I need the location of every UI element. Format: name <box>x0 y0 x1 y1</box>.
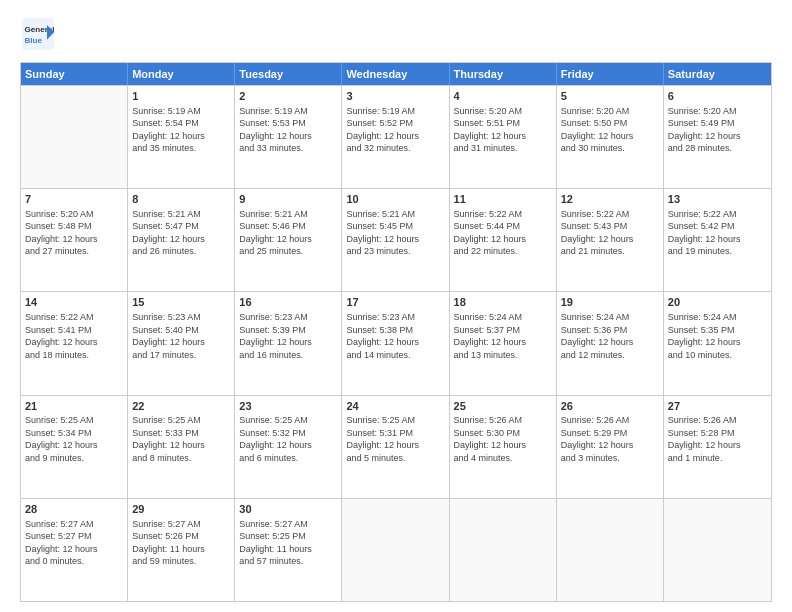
svg-text:Blue: Blue <box>25 36 43 45</box>
cal-cell: 18Sunrise: 5:24 AM Sunset: 5:37 PM Dayli… <box>450 292 557 394</box>
cal-cell: 26Sunrise: 5:26 AM Sunset: 5:29 PM Dayli… <box>557 396 664 498</box>
day-info: Sunrise: 5:20 AM Sunset: 5:48 PM Dayligh… <box>25 209 98 256</box>
day-info: Sunrise: 5:22 AM Sunset: 5:41 PM Dayligh… <box>25 312 98 359</box>
day-info: Sunrise: 5:19 AM Sunset: 5:52 PM Dayligh… <box>346 106 419 153</box>
day-info: Sunrise: 5:27 AM Sunset: 5:27 PM Dayligh… <box>25 519 98 566</box>
day-number: 15 <box>132 295 230 310</box>
cal-cell: 13Sunrise: 5:22 AM Sunset: 5:42 PM Dayli… <box>664 189 771 291</box>
day-number: 9 <box>239 192 337 207</box>
day-info: Sunrise: 5:24 AM Sunset: 5:36 PM Dayligh… <box>561 312 634 359</box>
day-info: Sunrise: 5:19 AM Sunset: 5:54 PM Dayligh… <box>132 106 205 153</box>
cal-cell <box>664 499 771 601</box>
cal-header-cell: Thursday <box>450 63 557 85</box>
cal-cell: 21Sunrise: 5:25 AM Sunset: 5:34 PM Dayli… <box>21 396 128 498</box>
logo-icon: General Blue <box>20 16 56 52</box>
cal-week: 14Sunrise: 5:22 AM Sunset: 5:41 PM Dayli… <box>21 291 771 394</box>
day-number: 16 <box>239 295 337 310</box>
day-number: 10 <box>346 192 444 207</box>
day-info: Sunrise: 5:26 AM Sunset: 5:29 PM Dayligh… <box>561 415 634 462</box>
day-number: 14 <box>25 295 123 310</box>
day-info: Sunrise: 5:23 AM Sunset: 5:40 PM Dayligh… <box>132 312 205 359</box>
cal-cell: 16Sunrise: 5:23 AM Sunset: 5:39 PM Dayli… <box>235 292 342 394</box>
cal-cell: 24Sunrise: 5:25 AM Sunset: 5:31 PM Dayli… <box>342 396 449 498</box>
day-info: Sunrise: 5:27 AM Sunset: 5:26 PM Dayligh… <box>132 519 205 566</box>
day-number: 27 <box>668 399 767 414</box>
day-number: 13 <box>668 192 767 207</box>
day-number: 8 <box>132 192 230 207</box>
day-info: Sunrise: 5:23 AM Sunset: 5:39 PM Dayligh… <box>239 312 312 359</box>
cal-cell: 15Sunrise: 5:23 AM Sunset: 5:40 PM Dayli… <box>128 292 235 394</box>
day-info: Sunrise: 5:25 AM Sunset: 5:33 PM Dayligh… <box>132 415 205 462</box>
header: General Blue <box>20 16 772 52</box>
day-number: 26 <box>561 399 659 414</box>
cal-cell: 10Sunrise: 5:21 AM Sunset: 5:45 PM Dayli… <box>342 189 449 291</box>
day-number: 17 <box>346 295 444 310</box>
cal-cell: 17Sunrise: 5:23 AM Sunset: 5:38 PM Dayli… <box>342 292 449 394</box>
day-number: 5 <box>561 89 659 104</box>
cal-cell: 28Sunrise: 5:27 AM Sunset: 5:27 PM Dayli… <box>21 499 128 601</box>
cal-cell: 7Sunrise: 5:20 AM Sunset: 5:48 PM Daylig… <box>21 189 128 291</box>
day-info: Sunrise: 5:24 AM Sunset: 5:37 PM Dayligh… <box>454 312 527 359</box>
day-info: Sunrise: 5:21 AM Sunset: 5:47 PM Dayligh… <box>132 209 205 256</box>
cal-cell: 5Sunrise: 5:20 AM Sunset: 5:50 PM Daylig… <box>557 86 664 188</box>
cal-header-cell: Sunday <box>21 63 128 85</box>
day-number: 22 <box>132 399 230 414</box>
cal-cell <box>21 86 128 188</box>
cal-header-cell: Wednesday <box>342 63 449 85</box>
cal-cell: 25Sunrise: 5:26 AM Sunset: 5:30 PM Dayli… <box>450 396 557 498</box>
cal-week: 7Sunrise: 5:20 AM Sunset: 5:48 PM Daylig… <box>21 188 771 291</box>
cal-week: 28Sunrise: 5:27 AM Sunset: 5:27 PM Dayli… <box>21 498 771 601</box>
day-info: Sunrise: 5:25 AM Sunset: 5:31 PM Dayligh… <box>346 415 419 462</box>
day-info: Sunrise: 5:20 AM Sunset: 5:50 PM Dayligh… <box>561 106 634 153</box>
cal-week: 1Sunrise: 5:19 AM Sunset: 5:54 PM Daylig… <box>21 85 771 188</box>
day-number: 25 <box>454 399 552 414</box>
day-info: Sunrise: 5:23 AM Sunset: 5:38 PM Dayligh… <box>346 312 419 359</box>
day-info: Sunrise: 5:24 AM Sunset: 5:35 PM Dayligh… <box>668 312 741 359</box>
day-info: Sunrise: 5:20 AM Sunset: 5:51 PM Dayligh… <box>454 106 527 153</box>
cal-header-cell: Tuesday <box>235 63 342 85</box>
day-number: 6 <box>668 89 767 104</box>
cal-cell: 30Sunrise: 5:27 AM Sunset: 5:25 PM Dayli… <box>235 499 342 601</box>
cal-cell: 3Sunrise: 5:19 AM Sunset: 5:52 PM Daylig… <box>342 86 449 188</box>
cal-cell <box>557 499 664 601</box>
day-info: Sunrise: 5:22 AM Sunset: 5:44 PM Dayligh… <box>454 209 527 256</box>
day-info: Sunrise: 5:20 AM Sunset: 5:49 PM Dayligh… <box>668 106 741 153</box>
day-number: 2 <box>239 89 337 104</box>
day-number: 24 <box>346 399 444 414</box>
cal-header-cell: Friday <box>557 63 664 85</box>
day-number: 21 <box>25 399 123 414</box>
cal-cell: 8Sunrise: 5:21 AM Sunset: 5:47 PM Daylig… <box>128 189 235 291</box>
day-info: Sunrise: 5:22 AM Sunset: 5:42 PM Dayligh… <box>668 209 741 256</box>
cal-cell: 22Sunrise: 5:25 AM Sunset: 5:33 PM Dayli… <box>128 396 235 498</box>
day-number: 7 <box>25 192 123 207</box>
cal-week: 21Sunrise: 5:25 AM Sunset: 5:34 PM Dayli… <box>21 395 771 498</box>
cal-cell: 23Sunrise: 5:25 AM Sunset: 5:32 PM Dayli… <box>235 396 342 498</box>
cal-cell: 6Sunrise: 5:20 AM Sunset: 5:49 PM Daylig… <box>664 86 771 188</box>
day-number: 1 <box>132 89 230 104</box>
cal-cell: 14Sunrise: 5:22 AM Sunset: 5:41 PM Dayli… <box>21 292 128 394</box>
day-info: Sunrise: 5:26 AM Sunset: 5:28 PM Dayligh… <box>668 415 741 462</box>
day-info: Sunrise: 5:25 AM Sunset: 5:34 PM Dayligh… <box>25 415 98 462</box>
day-info: Sunrise: 5:21 AM Sunset: 5:46 PM Dayligh… <box>239 209 312 256</box>
cal-cell: 12Sunrise: 5:22 AM Sunset: 5:43 PM Dayli… <box>557 189 664 291</box>
day-number: 4 <box>454 89 552 104</box>
cal-cell: 29Sunrise: 5:27 AM Sunset: 5:26 PM Dayli… <box>128 499 235 601</box>
day-info: Sunrise: 5:26 AM Sunset: 5:30 PM Dayligh… <box>454 415 527 462</box>
day-number: 28 <box>25 502 123 517</box>
cal-cell: 19Sunrise: 5:24 AM Sunset: 5:36 PM Dayli… <box>557 292 664 394</box>
day-info: Sunrise: 5:25 AM Sunset: 5:32 PM Dayligh… <box>239 415 312 462</box>
day-info: Sunrise: 5:21 AM Sunset: 5:45 PM Dayligh… <box>346 209 419 256</box>
cal-cell: 20Sunrise: 5:24 AM Sunset: 5:35 PM Dayli… <box>664 292 771 394</box>
day-number: 19 <box>561 295 659 310</box>
page: General Blue SundayMondayTuesdayWednesda… <box>0 0 792 612</box>
calendar-header: SundayMondayTuesdayWednesdayThursdayFrid… <box>21 63 771 85</box>
day-number: 30 <box>239 502 337 517</box>
day-number: 29 <box>132 502 230 517</box>
cal-header-cell: Saturday <box>664 63 771 85</box>
day-number: 12 <box>561 192 659 207</box>
cal-cell: 11Sunrise: 5:22 AM Sunset: 5:44 PM Dayli… <box>450 189 557 291</box>
day-info: Sunrise: 5:22 AM Sunset: 5:43 PM Dayligh… <box>561 209 634 256</box>
day-number: 20 <box>668 295 767 310</box>
day-number: 23 <box>239 399 337 414</box>
calendar-body: 1Sunrise: 5:19 AM Sunset: 5:54 PM Daylig… <box>21 85 771 601</box>
